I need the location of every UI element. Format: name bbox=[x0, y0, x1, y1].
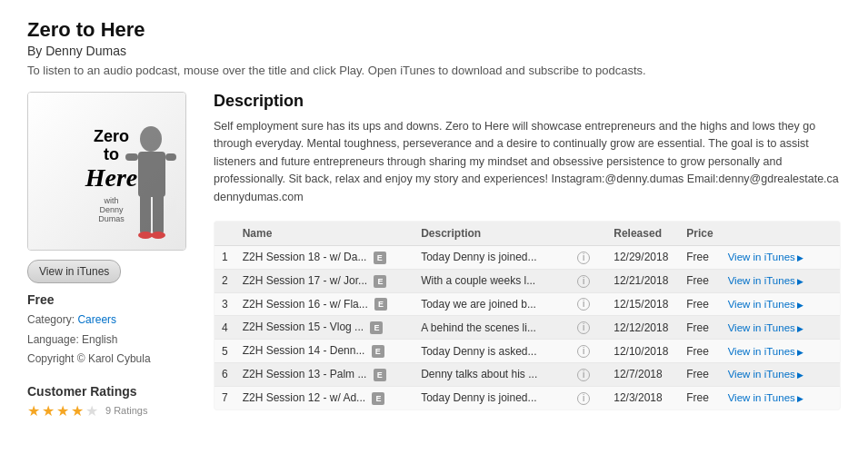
col-price: Price bbox=[679, 221, 720, 245]
episode-price: Free bbox=[679, 363, 720, 387]
episode-number: 3 bbox=[215, 292, 235, 316]
table-row: 2 Z2H Session 17 - w/ Jor... E With a co… bbox=[215, 269, 841, 292]
episode-link-cell[interactable]: View in iTunes bbox=[721, 245, 841, 269]
price-label: Free bbox=[27, 292, 195, 307]
svg-point-0 bbox=[140, 126, 162, 152]
col-description: Description bbox=[414, 221, 568, 245]
star-5: ★ bbox=[85, 402, 98, 419]
episode-description: Today Denny is asked... bbox=[414, 340, 568, 363]
view-itunes-link[interactable]: View in iTunes bbox=[728, 392, 804, 403]
info-icon[interactable]: i bbox=[577, 321, 590, 334]
episode-price: Free bbox=[679, 292, 720, 316]
episode-number: 4 bbox=[215, 316, 235, 340]
episode-link-cell[interactable]: View in iTunes bbox=[721, 292, 841, 316]
customer-ratings-title: Customer Ratings bbox=[27, 384, 195, 399]
explicit-badge: E bbox=[374, 298, 387, 311]
view-in-itunes-button[interactable]: View in iTunes bbox=[27, 260, 121, 283]
meta-info: Category: Careers Language: English Copy… bbox=[27, 311, 195, 370]
table-row: 6 Z2H Session 13 - Palm ... E Denny talk… bbox=[215, 363, 841, 387]
svg-rect-5 bbox=[165, 153, 176, 161]
episode-number: 5 bbox=[215, 340, 235, 363]
episode-description: Today Denny is joined... bbox=[414, 245, 568, 269]
episode-name-spacer bbox=[394, 269, 414, 292]
copyright-label: Copyright bbox=[27, 352, 74, 365]
svg-point-7 bbox=[151, 232, 165, 239]
language-label: Language: bbox=[27, 333, 79, 346]
svg-point-6 bbox=[138, 232, 153, 239]
table-row: 7 Z2H Session 12 - w/ Ad... E Today Denn… bbox=[215, 386, 841, 410]
episode-name: Z2H Session 12 - w/ Ad... E bbox=[235, 386, 394, 410]
author: By Denny Dumas bbox=[27, 44, 841, 58]
episode-price: Free bbox=[679, 269, 720, 292]
episode-number: 6 bbox=[215, 363, 235, 387]
episode-link-cell[interactable]: View in iTunes bbox=[721, 340, 841, 363]
info-icon-cell[interactable]: i bbox=[568, 269, 606, 292]
explicit-badge: E bbox=[374, 369, 386, 381]
view-itunes-link[interactable]: View in iTunes bbox=[728, 322, 804, 333]
episode-link-cell[interactable]: View in iTunes bbox=[721, 363, 841, 387]
category-label: Category: bbox=[27, 313, 75, 326]
description-title: Description bbox=[214, 92, 841, 111]
info-icon-cell[interactable]: i bbox=[568, 316, 606, 340]
episode-price: Free bbox=[679, 245, 720, 269]
episode-name: Z2H Session 18 - w/ Da... E bbox=[235, 245, 394, 269]
copyright-row: Copyright © Karol Cybula bbox=[27, 350, 195, 370]
language-row: Language: English bbox=[27, 331, 195, 350]
info-icon[interactable]: i bbox=[577, 275, 590, 288]
copyright-value: © Karol Cybula bbox=[77, 352, 151, 365]
col-num bbox=[215, 221, 235, 245]
info-icon[interactable]: i bbox=[577, 369, 590, 381]
episode-number: 7 bbox=[215, 386, 235, 410]
info-icon-cell[interactable]: i bbox=[568, 363, 606, 387]
episode-name-spacer bbox=[394, 386, 414, 410]
table-row: 4 Z2H Session 15 - Vlog ... E A behind t… bbox=[215, 316, 841, 340]
episode-name-spacer bbox=[394, 316, 414, 340]
view-itunes-link[interactable]: View in iTunes bbox=[728, 369, 804, 380]
view-itunes-link[interactable]: View in iTunes bbox=[728, 252, 804, 262]
info-icon-cell[interactable]: i bbox=[568, 386, 606, 410]
info-icon-cell[interactable]: i bbox=[568, 292, 606, 316]
info-icon[interactable]: i bbox=[577, 345, 590, 358]
episode-link-cell[interactable]: View in iTunes bbox=[721, 269, 841, 292]
episode-released: 12/7/2018 bbox=[606, 363, 679, 387]
table-header-row: Name Description Released Price bbox=[215, 221, 841, 245]
episode-link-cell[interactable]: View in iTunes bbox=[721, 386, 841, 410]
episode-description: Today Denny is joined... bbox=[414, 386, 568, 410]
podcast-cover: Zero to Here withDennyDumas bbox=[27, 92, 186, 251]
info-icon[interactable]: i bbox=[577, 298, 590, 311]
episode-name-spacer bbox=[394, 292, 414, 316]
right-panel: Description Self employment sure has its… bbox=[214, 92, 841, 419]
svg-rect-4 bbox=[125, 153, 138, 161]
view-itunes-link[interactable]: View in iTunes bbox=[728, 346, 804, 357]
episode-name: Z2H Session 16 - w/ Fla... E bbox=[235, 292, 394, 316]
customer-ratings: Customer Ratings ★ ★ ★ ★ ★ 9 Ratings bbox=[27, 384, 195, 419]
view-itunes-link[interactable]: View in iTunes bbox=[728, 299, 804, 310]
ratings-count: 9 Ratings bbox=[105, 405, 147, 416]
language-value: English bbox=[82, 333, 117, 346]
episode-description: A behind the scenes li... bbox=[414, 316, 568, 340]
episode-link-cell[interactable]: View in iTunes bbox=[721, 316, 841, 340]
episode-name-spacer bbox=[394, 340, 414, 363]
star-4: ★ bbox=[71, 402, 84, 419]
episode-released: 12/12/2018 bbox=[606, 316, 679, 340]
explicit-badge: E bbox=[374, 275, 386, 288]
info-icon[interactable]: i bbox=[577, 392, 590, 405]
explicit-badge: E bbox=[372, 345, 384, 358]
info-icon-cell[interactable]: i bbox=[568, 340, 606, 363]
episode-released: 12/10/2018 bbox=[606, 340, 679, 363]
svg-rect-3 bbox=[153, 193, 164, 234]
episode-name: Z2H Session 14 - Denn... E bbox=[235, 340, 394, 363]
left-panel: Zero to Here withDennyDumas bbox=[27, 92, 195, 419]
col-name: Name bbox=[235, 221, 394, 245]
episode-name-spacer bbox=[394, 245, 414, 269]
col-name-extra bbox=[394, 221, 414, 245]
category-link[interactable]: Careers bbox=[77, 313, 116, 326]
view-itunes-link[interactable]: View in iTunes bbox=[728, 275, 804, 286]
description-text: Self employment sure has its ups and dow… bbox=[214, 118, 841, 206]
info-icon[interactable]: i bbox=[577, 252, 590, 264]
episode-released: 12/21/2018 bbox=[606, 269, 679, 292]
episode-description: Today we are joined b... bbox=[414, 292, 568, 316]
info-icon-cell[interactable]: i bbox=[568, 245, 606, 269]
svg-rect-2 bbox=[140, 193, 151, 234]
episode-price: Free bbox=[679, 316, 720, 340]
